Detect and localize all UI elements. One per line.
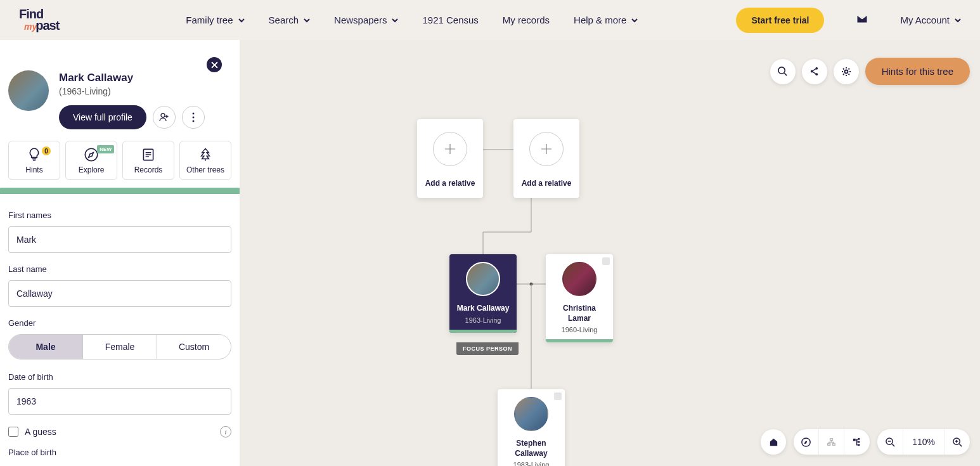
logo[interactable]: Find mypast xyxy=(19,8,59,31)
tab-hints[interactable]: 0 Hints xyxy=(8,141,60,180)
dob-label: Date of birth xyxy=(8,372,231,382)
svg-point-10 xyxy=(844,70,848,73)
chevron-down-icon xyxy=(631,17,638,23)
chevron-down-icon xyxy=(955,17,961,23)
hint-indicator-icon xyxy=(554,392,562,400)
tab-label: Hints xyxy=(25,165,42,174)
person-card-mark[interactable]: Mark Callaway 1963-Living xyxy=(449,254,517,333)
main-nav: Family tree Search Newspapers 1921 Censu… xyxy=(186,15,638,25)
section-divider xyxy=(0,188,240,194)
more-vertical-icon xyxy=(192,112,195,122)
nav-label: Family tree xyxy=(186,15,233,25)
svg-rect-17 xyxy=(858,441,860,443)
new-badge: NEW xyxy=(97,145,114,153)
zoom-out-button[interactable] xyxy=(877,429,903,455)
dob-input[interactable] xyxy=(8,388,231,415)
view-full-profile-button[interactable]: View full profile xyxy=(59,105,146,129)
person-name: Stephen Callaway xyxy=(504,439,558,458)
status-bar xyxy=(546,339,613,342)
person-name: Christina Lamar xyxy=(552,304,607,323)
close-icon xyxy=(211,61,218,68)
avatar xyxy=(466,262,500,296)
avatar xyxy=(562,262,596,296)
tab-other-trees[interactable]: Other trees xyxy=(179,141,231,180)
chevron-down-icon xyxy=(304,17,310,23)
nav-help[interactable]: Help & more xyxy=(574,15,638,25)
nav-search[interactable]: Search xyxy=(269,15,311,25)
more-options-button[interactable] xyxy=(182,106,205,129)
search-icon xyxy=(777,66,788,77)
my-account-menu[interactable]: My Account xyxy=(900,15,961,25)
zoom-level: 110% xyxy=(903,429,945,455)
chevron-down-icon xyxy=(238,17,245,23)
add-relative-card[interactable]: Add a relative xyxy=(513,119,579,198)
nav-label: Help & more xyxy=(574,15,626,25)
sidebar: Mark Callaway (1963-Living) View full pr… xyxy=(0,40,240,466)
focus-person-tag: FOCUS PERSON xyxy=(456,342,519,355)
share-icon xyxy=(809,66,820,77)
tab-records[interactable]: Records xyxy=(122,141,174,180)
family-view-button[interactable] xyxy=(844,429,870,455)
view-toggle-group xyxy=(794,429,870,455)
family-view-icon xyxy=(852,437,863,448)
person-card-christina[interactable]: Christina Lamar 1960-Living xyxy=(546,254,613,342)
person-card-stephen[interactable]: Stephen Callaway 1983-Living xyxy=(498,389,565,466)
last-name-input[interactable] xyxy=(8,280,231,307)
nav-label: Search xyxy=(269,15,299,25)
tree-icon xyxy=(197,146,214,163)
gender-male-option[interactable]: Male xyxy=(9,335,83,359)
svg-point-3 xyxy=(192,120,194,122)
account-label: My Account xyxy=(900,15,950,25)
tab-label: Records xyxy=(134,165,163,174)
card-label: Add a relative xyxy=(522,179,572,189)
sidebar-tabs: 0 Hints NEW Explore Records Other trees xyxy=(0,141,240,180)
svg-point-4 xyxy=(85,148,98,161)
svg-rect-16 xyxy=(858,437,860,439)
compass-view-button[interactable] xyxy=(794,429,819,455)
hints-for-tree-button[interactable]: Hints for this tree xyxy=(865,58,970,85)
person-form: First names Last name Gender Male Female… xyxy=(0,194,240,466)
family-tree: Add a relative Add a relative Mark Calla… xyxy=(417,78,797,466)
nav-1921-census[interactable]: 1921 Census xyxy=(422,15,478,25)
nav-label: 1921 Census xyxy=(422,15,478,25)
share-button[interactable] xyxy=(802,59,827,84)
person-dates: 1983-Living xyxy=(513,461,550,466)
hint-indicator-icon xyxy=(602,257,610,265)
person-plus-icon xyxy=(158,112,170,123)
plus-icon xyxy=(529,132,564,166)
start-free-trial-button[interactable]: Start free trial xyxy=(736,8,824,33)
tab-label: Explore xyxy=(79,165,105,174)
svg-point-0 xyxy=(161,113,165,117)
lightbulb-icon xyxy=(26,146,42,163)
pedigree-view-button[interactable] xyxy=(819,429,844,455)
close-button[interactable] xyxy=(207,57,222,72)
add-person-button[interactable] xyxy=(153,106,176,129)
nav-my-records[interactable]: My records xyxy=(503,15,550,25)
gender-female-option[interactable]: Female xyxy=(83,335,157,359)
svg-point-2 xyxy=(192,117,194,119)
nav-newspapers[interactable]: Newspapers xyxy=(334,15,398,25)
first-names-input[interactable] xyxy=(8,226,231,253)
guess-label: A guess xyxy=(25,427,56,437)
tree-canvas[interactable]: Hints for this tree 1 xyxy=(240,40,980,466)
avatar xyxy=(514,397,548,431)
settings-button[interactable] xyxy=(834,59,859,84)
gender-toggle: Male Female Custom xyxy=(8,334,231,359)
first-names-label: First names xyxy=(8,210,231,220)
tab-explore[interactable]: NEW Explore xyxy=(65,141,117,180)
person-dates: 1960-Living xyxy=(562,326,598,333)
zoom-in-button[interactable] xyxy=(945,429,970,455)
guess-checkbox[interactable] xyxy=(8,427,18,437)
svg-rect-13 xyxy=(828,443,830,445)
nav-family-tree[interactable]: Family tree xyxy=(186,15,244,25)
svg-point-22 xyxy=(530,283,533,286)
person-dates: 1963-Living xyxy=(465,316,501,324)
info-icon[interactable]: i xyxy=(220,426,231,437)
gender-custom-option[interactable]: Custom xyxy=(157,335,231,359)
status-bar xyxy=(449,330,517,333)
add-relative-card[interactable]: Add a relative xyxy=(417,119,483,198)
gender-label: Gender xyxy=(8,318,231,328)
mail-icon[interactable] xyxy=(856,14,868,27)
tab-label: Other trees xyxy=(186,165,224,174)
header: Find mypast Family tree Search Newspaper… xyxy=(0,0,980,40)
